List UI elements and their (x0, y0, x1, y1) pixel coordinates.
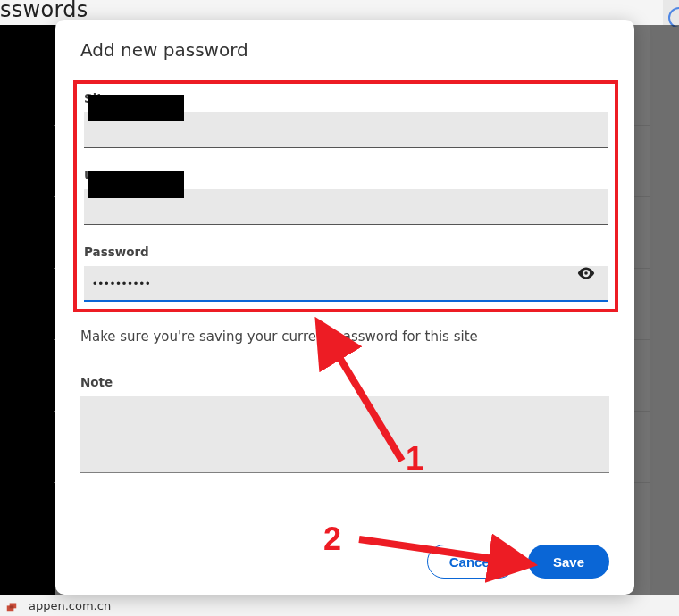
status-bar: appen.com.cn (0, 595, 679, 616)
eye-icon[interactable] (572, 259, 600, 287)
save-button[interactable]: Save (528, 545, 609, 579)
add-password-dialog: Add new password Site Username Password … (55, 20, 634, 595)
avatar (663, 0, 679, 27)
status-bar-text: appen.com.cn (29, 599, 111, 612)
dialog-button-row: Cancel Save (427, 545, 609, 579)
svg-rect-2 (10, 605, 14, 608)
note-input[interactable] (80, 396, 609, 473)
site-label: Site (84, 91, 608, 105)
annotation-number-2: 2 (323, 520, 341, 557)
cancel-button[interactable]: Cancel (427, 545, 516, 579)
site-field-wrap: Site (84, 91, 608, 148)
username-field-wrap: Username (84, 168, 608, 225)
password-input[interactable] (84, 266, 608, 302)
site-input[interactable] (84, 112, 608, 148)
username-input[interactable] (84, 189, 608, 225)
password-field-wrap: Password (84, 245, 608, 302)
password-hint: Make sure you're saving your current pas… (80, 329, 609, 345)
dialog-title: Add new password (80, 39, 609, 61)
eye-icon-svg (576, 263, 596, 283)
password-label: Password (84, 245, 608, 259)
note-label: Note (80, 375, 609, 389)
highlight-annotation-box: Site Username Password (73, 80, 618, 312)
username-label: Username (84, 168, 608, 182)
site-icon (5, 600, 18, 612)
note-field-wrap: Note (80, 375, 609, 477)
